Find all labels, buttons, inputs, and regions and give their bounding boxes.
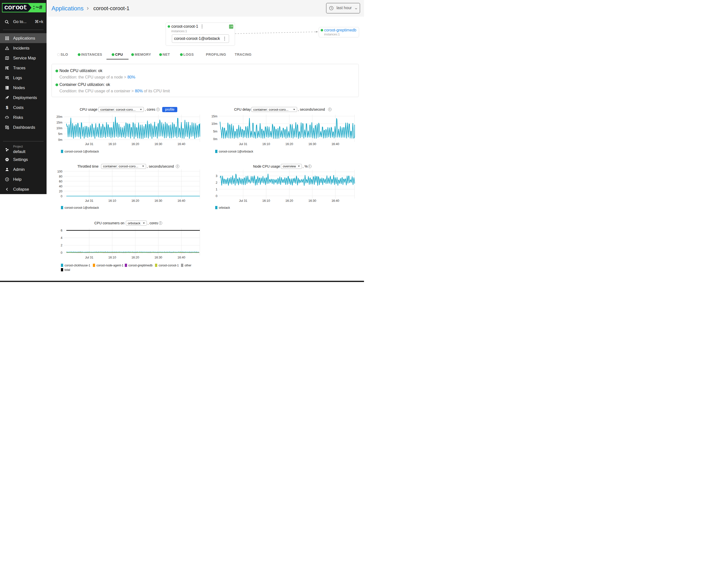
- svg-text:16:20: 16:20: [131, 199, 139, 203]
- svg-text:16:30: 16:30: [155, 256, 162, 259]
- svg-text:1: 1: [216, 188, 217, 191]
- svg-text:16:20: 16:20: [131, 256, 139, 259]
- svg-text:16:30: 16:30: [155, 142, 162, 146]
- svg-text:Jul 31: Jul 31: [239, 199, 247, 203]
- svg-text:16:10: 16:10: [262, 199, 270, 203]
- svg-text:0: 0: [216, 194, 217, 198]
- svg-text:40: 40: [59, 185, 62, 188]
- svg-text:16:30: 16:30: [155, 199, 162, 203]
- svg-text:20m: 20m: [56, 115, 62, 119]
- svg-text:16:10: 16:10: [108, 199, 116, 203]
- svg-text:0m: 0m: [58, 138, 62, 142]
- svg-text:3: 3: [216, 174, 217, 178]
- svg-text:16:30: 16:30: [309, 199, 316, 203]
- svg-text:16:10: 16:10: [108, 142, 116, 146]
- svg-text:15m: 15m: [56, 121, 62, 124]
- svg-text:16:20: 16:20: [131, 142, 139, 146]
- svg-text:16:40: 16:40: [178, 256, 185, 259]
- svg-text:0: 0: [61, 195, 62, 198]
- svg-text:16:30: 16:30: [309, 142, 316, 146]
- svg-text:60: 60: [59, 180, 62, 183]
- svg-text:16:40: 16:40: [332, 199, 339, 203]
- svg-text:16:20: 16:20: [285, 199, 293, 203]
- svg-text:Jul 31: Jul 31: [239, 142, 247, 146]
- svg-text:80: 80: [59, 175, 62, 178]
- svg-text:10m: 10m: [56, 127, 62, 130]
- svg-text:Jul 31: Jul 31: [85, 142, 93, 146]
- svg-text:16:10: 16:10: [108, 256, 116, 259]
- svg-text:2: 2: [216, 181, 217, 184]
- svg-text:Jul 31: Jul 31: [85, 256, 93, 259]
- svg-text:5m: 5m: [58, 132, 62, 136]
- svg-text:Jul 31: Jul 31: [85, 199, 93, 203]
- svg-text:0: 0: [61, 251, 62, 255]
- svg-text:16:40: 16:40: [178, 199, 185, 203]
- svg-text:16:40: 16:40: [178, 142, 185, 146]
- svg-text:16:40: 16:40: [332, 142, 339, 146]
- svg-text:5m: 5m: [213, 130, 217, 133]
- svg-text:10m: 10m: [211, 122, 217, 126]
- svg-text:4: 4: [61, 236, 62, 240]
- svg-text:20: 20: [59, 190, 62, 193]
- svg-text:16:10: 16:10: [262, 142, 270, 146]
- svg-text:16:20: 16:20: [285, 142, 293, 146]
- svg-text:2: 2: [61, 244, 62, 247]
- svg-text:0m: 0m: [213, 137, 217, 141]
- svg-text:100: 100: [57, 170, 62, 173]
- svg-text:6: 6: [61, 229, 62, 232]
- svg-text:15m: 15m: [211, 115, 217, 118]
